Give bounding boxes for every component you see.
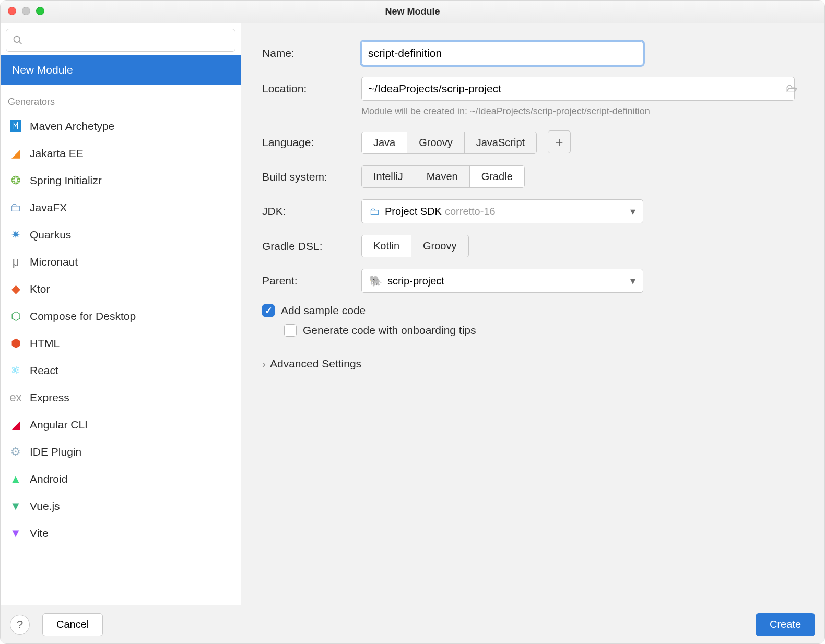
- parent-value: scrip-project: [387, 275, 444, 287]
- generator-icon: ▲: [9, 472, 22, 486]
- sidebar-item-vue-js[interactable]: ▼Vue.js: [1, 493, 241, 520]
- jdk-suffix: corretto-16: [445, 206, 496, 218]
- checkbox-checked-icon: ✓: [262, 304, 275, 317]
- jdk-label: JDK:: [262, 205, 361, 218]
- sidebar-item-label: HTML: [30, 337, 60, 350]
- add-sample-code-checkbox[interactable]: ✓ Add sample code: [262, 304, 804, 317]
- jdk-dropdown[interactable]: 🗀 Project SDK corretto-16 ▾: [361, 199, 643, 223]
- sidebar: New Module Generators 🅼Maven Archetype◢J…: [1, 23, 241, 605]
- window-title: New Module: [385, 6, 440, 17]
- location-input[interactable]: [361, 77, 795, 101]
- jdk-value: Project SDK: [385, 206, 442, 218]
- create-button[interactable]: Create: [756, 613, 815, 636]
- sidebar-item-javafx[interactable]: 🗀JavaFX: [1, 194, 241, 221]
- window-controls: [8, 7, 44, 15]
- sidebar-item-vite[interactable]: ▼Vite: [1, 520, 241, 547]
- dsl-option-groovy[interactable]: Groovy: [411, 235, 468, 257]
- build-option-gradle[interactable]: Gradle: [470, 166, 524, 187]
- sidebar-item-spring-initializr[interactable]: ❂Spring Initializr: [1, 167, 241, 194]
- browse-folder-icon[interactable]: 🗁: [786, 82, 797, 96]
- sidebar-item-compose-for-desktop[interactable]: ⬡Compose for Desktop: [1, 303, 241, 330]
- language-option-javascript[interactable]: JavaScript: [465, 132, 536, 153]
- generator-icon: ◆: [9, 282, 22, 296]
- cancel-button[interactable]: Cancel: [42, 613, 103, 636]
- sidebar-item-micronaut[interactable]: μMicronaut: [1, 248, 241, 276]
- build-system-label: Build system:: [262, 171, 361, 183]
- sidebar-item-label: Vue.js: [30, 500, 60, 512]
- language-option-groovy[interactable]: Groovy: [407, 132, 464, 153]
- titlebar: New Module: [1, 1, 824, 23]
- generator-icon: ◢: [9, 147, 22, 160]
- sidebar-item-label: Maven Archetype: [30, 120, 114, 133]
- parent-label: Parent:: [262, 275, 361, 287]
- sidebar-item-label: React: [30, 364, 58, 377]
- sidebar-item-react[interactable]: ⚛React: [1, 357, 241, 384]
- build-option-intellij[interactable]: IntelliJ: [362, 166, 415, 187]
- generator-icon: ⚙: [9, 445, 22, 459]
- build-option-maven[interactable]: Maven: [415, 166, 470, 187]
- gradle-dsl-label: Gradle DSL:: [262, 240, 361, 253]
- main-panel: Name: Location: 🗁 Module will be created…: [241, 23, 824, 605]
- sidebar-item-jakarta-ee[interactable]: ◢Jakarta EE: [1, 140, 241, 167]
- parent-dropdown[interactable]: 🐘 scrip-project ▾: [361, 269, 643, 293]
- advanced-settings-label: Advanced Settings: [270, 357, 361, 370]
- generator-icon: ▼: [9, 527, 22, 540]
- sidebar-item-express[interactable]: exExpress: [1, 384, 241, 411]
- gradle-dsl-segment: KotlinGroovy: [361, 235, 469, 257]
- sidebar-item-label: Quarkus: [30, 229, 71, 241]
- sidebar-item-label: IDE Plugin: [30, 446, 81, 458]
- maximize-window-icon[interactable]: [36, 7, 44, 15]
- language-label: Language:: [262, 136, 361, 149]
- generator-icon: 🅼: [9, 120, 22, 133]
- add-language-button[interactable]: ＋: [548, 130, 571, 153]
- language-segment: JavaGroovyJavaScript: [361, 132, 537, 154]
- onboarding-tips-checkbox[interactable]: Generate code with onboarding tips: [284, 324, 804, 337]
- close-window-icon[interactable]: [8, 7, 16, 15]
- sidebar-item-label: Vite: [30, 527, 49, 540]
- dsl-option-kotlin[interactable]: Kotlin: [362, 235, 411, 257]
- help-button[interactable]: ?: [10, 615, 30, 635]
- footer: ? Cancel Create: [1, 605, 824, 643]
- search-icon: [13, 35, 23, 45]
- svg-point-0: [14, 37, 20, 43]
- chevron-down-icon: ▾: [630, 205, 635, 218]
- sidebar-item-ktor[interactable]: ◆Ktor: [1, 276, 241, 303]
- location-hint: Module will be created in: ~/IdeaProject…: [361, 106, 804, 117]
- sidebar-item-label: Express: [30, 391, 69, 404]
- sidebar-item-label: Compose for Desktop: [30, 310, 136, 323]
- divider: [372, 364, 804, 364]
- svg-line-1: [19, 42, 22, 44]
- sidebar-item-html[interactable]: ⬢HTML: [1, 330, 241, 357]
- sidebar-item-maven-archetype[interactable]: 🅼Maven Archetype: [1, 113, 241, 140]
- sidebar-item-quarkus[interactable]: ✷Quarkus: [1, 221, 241, 248]
- build-system-segment: IntelliJMavenGradle: [361, 165, 525, 188]
- sidebar-item-ide-plugin[interactable]: ⚙IDE Plugin: [1, 438, 241, 466]
- generator-icon: ⚛: [9, 364, 22, 377]
- generator-icon: 🗀: [9, 201, 22, 214]
- generator-icon: ex: [9, 391, 22, 404]
- generator-icon: ⬡: [9, 309, 22, 323]
- generator-icon: ❂: [9, 174, 22, 187]
- generator-icon: ✷: [9, 228, 22, 242]
- sidebar-item-label: Spring Initializr: [30, 174, 102, 187]
- name-label: Name:: [262, 47, 361, 59]
- sidebar-item-angular-cli[interactable]: ◢Angular CLI: [1, 411, 241, 438]
- sidebar-item-android[interactable]: ▲Android: [1, 466, 241, 493]
- generator-icon: ⬢: [9, 337, 22, 350]
- advanced-settings-toggle[interactable]: › Advanced Settings: [262, 357, 804, 370]
- minimize-window-icon: [22, 7, 30, 15]
- sidebar-item-label: Jakarta EE: [30, 147, 84, 160]
- name-input[interactable]: [361, 41, 643, 65]
- sidebar-item-label: Micronaut: [30, 256, 78, 268]
- location-label: Location:: [262, 82, 361, 95]
- generator-icon: ▼: [9, 499, 22, 513]
- search-input[interactable]: [6, 29, 235, 52]
- sidebar-generators-header: Generators: [1, 85, 241, 113]
- folder-icon: 🗀: [369, 206, 380, 218]
- onboarding-tips-label: Generate code with onboarding tips: [303, 324, 476, 337]
- sidebar-category-new-module[interactable]: New Module: [1, 55, 241, 85]
- language-option-java[interactable]: Java: [362, 132, 407, 153]
- chevron-down-icon: ▾: [630, 275, 635, 287]
- sidebar-item-label: JavaFX: [30, 201, 67, 214]
- checkbox-unchecked-icon: [284, 324, 297, 337]
